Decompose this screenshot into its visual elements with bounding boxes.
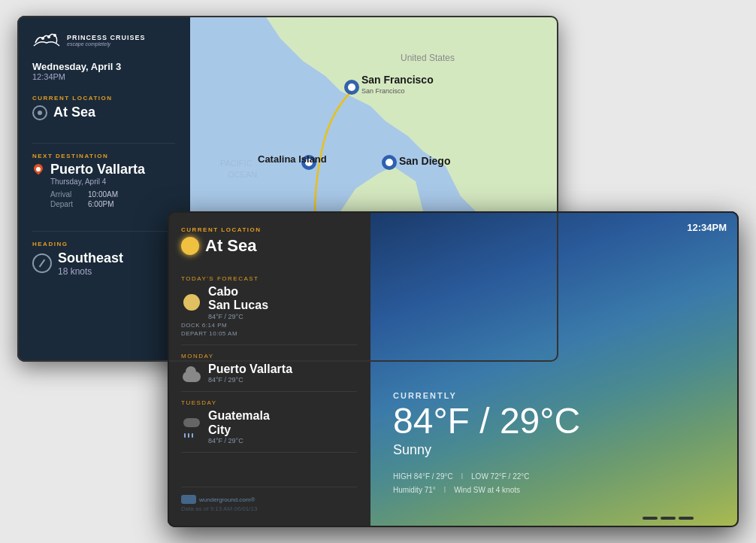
- ws-current-label: CURRENT LOCATION: [181, 226, 357, 233]
- weather-main: 12:34PM CURRENTLY 84°F / 29°C Sunny HIGH…: [370, 211, 739, 527]
- svg-text:San Diego: San Diego: [399, 155, 450, 167]
- wunderground-icon: [181, 495, 196, 504]
- svg-point-2: [53, 34, 56, 37]
- separator2: I: [444, 486, 446, 494]
- location-row: At Sea: [32, 105, 175, 120]
- arrival-label: Arrival: [50, 190, 82, 199]
- rainy-icon-2: [181, 417, 202, 438]
- forecast-item-1: MONDAY Puerto Vallarta 84°F / 29°C: [181, 345, 357, 392]
- high-value: 84°F / 29°C: [414, 472, 453, 481]
- forecast-day-0: TODAY'S FORECAST: [181, 275, 357, 282]
- temperature-display: 84°F / 29°C: [393, 403, 580, 439]
- forecast-text-1: Puerto Vallarta 84°F / 29°C: [208, 363, 292, 384]
- separator: I: [461, 472, 463, 481]
- forecast-item-0: TODAY'S FORECAST CaboSan Lucas 84°F / 29…: [181, 268, 357, 345]
- weather-time: 12:34PM: [687, 222, 727, 233]
- sidebar: PRINCESS CRUISES escape completely Wedne…: [17, 16, 190, 362]
- next-destination-section: NEXT DESTINATION Puerto Vallarta Thursda…: [32, 153, 175, 211]
- heading-label: HEADING: [32, 241, 175, 247]
- svg-text:PACIFIC: PACIFIC: [220, 159, 253, 168]
- sunny-icon-0: [181, 292, 202, 313]
- ws-location-name: At Sea: [205, 236, 256, 256]
- svg-text:San Francisco: San Francisco: [361, 74, 434, 86]
- currently-label: CURRENTLY: [393, 391, 580, 400]
- forecast-main-2: GuatemalaCity 84°F / 29°C: [181, 409, 357, 444]
- dest-row: Puerto Vallarta Thursday, April 4 Arriva…: [32, 162, 175, 208]
- wunderground-text: wunderground.com®: [199, 496, 255, 503]
- princess-logo: PRINCESS CRUISES escape completely: [32, 29, 175, 50]
- svg-text:United States: United States: [401, 53, 455, 63]
- destination-pin-icon: [32, 164, 44, 179]
- forecast-item-2: TUESDAY GuatemalaCity 84°F / 29°C: [181, 392, 357, 453]
- wind: Wind SW at 4 knots: [454, 486, 520, 494]
- forecast-temp-2: 84°F / 29°C: [208, 437, 270, 444]
- arrival-row: Arrival 10:00AM: [50, 190, 145, 199]
- svg-text:Catalina Island: Catalina Island: [258, 153, 327, 165]
- forecast-dock-0: DOCK 6:14 PM: [181, 322, 357, 329]
- princess-logo-text: PRINCESS CRUISES escape completely: [67, 34, 146, 47]
- bar-dot-3: [679, 517, 694, 520]
- forecast-day-1: MONDAY: [181, 353, 357, 359]
- forecast-city-1: Puerto Vallarta: [208, 363, 292, 376]
- arrival-time: 10:00AM: [88, 190, 118, 199]
- high-temp: HIGH 84°F / 29°C: [393, 472, 453, 481]
- svg-point-11: [348, 83, 355, 91]
- depart-row: Depart 6:00PM: [50, 200, 145, 208]
- weather-sidebar: CURRENT LOCATION At Sea TODAY'S FORECAST…: [168, 211, 370, 527]
- sun-shape: [183, 294, 200, 311]
- back-time: 12:34PM: [32, 72, 175, 81]
- svg-point-18: [386, 159, 393, 166]
- heading-section: HEADING Southeast 18 knots: [32, 241, 175, 277]
- low-temp: LOW 72°F / 22°C: [471, 472, 529, 481]
- condition-display: Sunny: [393, 442, 580, 458]
- depart-label: Depart: [50, 200, 82, 208]
- forecast-city-0: CaboSan Lucas: [208, 285, 268, 313]
- bar-dot-2: [661, 517, 676, 520]
- weather-content: CURRENTLY 84°F / 29°C Sunny HIGH 84°F / …: [393, 391, 580, 497]
- rain-cloud-shape: [183, 418, 200, 427]
- forecast-main-0: CaboSan Lucas 84°F / 29°C: [181, 285, 357, 320]
- current-location-label: CURRENT LOCATION: [32, 95, 175, 102]
- dest-info: Puerto Vallarta Thursday, April 4 Arriva…: [50, 162, 145, 208]
- weather-details: HIGH 84°F / 29°C I LOW 72°F / 22°C Humid…: [393, 470, 580, 497]
- princess-name: PRINCESS CRUISES: [67, 34, 146, 41]
- forecast-temp-0: 84°F / 29°C: [208, 313, 268, 320]
- humidity-value: 71°: [425, 486, 436, 494]
- svg-text:San Francisco: San Francisco: [361, 87, 405, 95]
- front-screen: CURRENT LOCATION At Sea TODAY'S FORECAST…: [168, 211, 739, 527]
- forecast-city-2: GuatemalaCity: [208, 409, 270, 437]
- heading-speed: 18 knots: [58, 266, 123, 277]
- ws-location-row: At Sea: [181, 236, 357, 256]
- location-name: At Sea: [53, 105, 95, 120]
- date: Wednesday, April 3: [32, 61, 175, 72]
- compass-arrow: [39, 259, 46, 268]
- divider-1: [32, 143, 175, 144]
- current-location-section: CURRENT LOCATION At Sea: [32, 95, 175, 120]
- forecast-temp-1: 84°F / 29°C: [208, 376, 292, 384]
- forecast-main-1: Puerto Vallarta 84°F / 29°C: [181, 363, 357, 384]
- low-value: 72°F / 22°C: [491, 472, 530, 481]
- forecast-depart-0: DEPART 10:05 AM: [181, 330, 357, 337]
- svg-point-1: [47, 35, 50, 38]
- datetime: Wednesday, April 3 12:34PM: [32, 61, 175, 81]
- bar-dot-1: [643, 517, 658, 520]
- heading-text: Southeast 18 knots: [58, 250, 123, 277]
- svg-text:OCEAN: OCEAN: [228, 170, 257, 179]
- princess-tagline: escape completely: [67, 41, 146, 47]
- wunderground-logo: wunderground.com®: [181, 495, 357, 504]
- forecast-text-0: CaboSan Lucas 84°F / 29°C: [208, 285, 268, 320]
- forecast-text-2: GuatemalaCity 84°F / 29°C: [208, 409, 270, 444]
- ws-current-location: CURRENT LOCATION At Sea: [181, 226, 357, 256]
- compass-icon: [32, 253, 52, 273]
- dest-name: Puerto Vallarta: [50, 162, 145, 177]
- wunderground-data: Data as of 9:13 AM 06/01/13: [181, 505, 357, 512]
- cloudy-icon-1: [181, 363, 202, 384]
- depart-time: 6:00PM: [88, 200, 113, 208]
- wind-value: SW at 4 knots: [473, 486, 520, 494]
- cloud-shape: [183, 372, 201, 382]
- rain-drops: [184, 433, 193, 438]
- wunderground-section: wunderground.com® Data as of 9:13 AM 06/…: [181, 487, 357, 512]
- princess-logo-icon: [32, 29, 61, 50]
- divider-2: [32, 231, 175, 232]
- location-circle-icon: [32, 105, 47, 120]
